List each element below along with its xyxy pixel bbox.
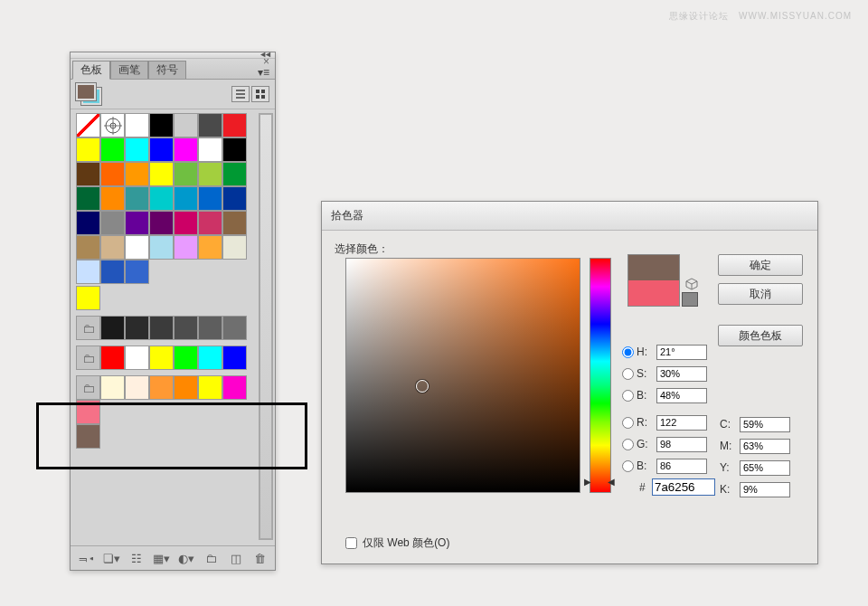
swatch[interactable]: [125, 316, 149, 340]
input-k[interactable]: [740, 482, 790, 497]
swatch[interactable]: [125, 211, 149, 235]
swatch[interactable]: [76, 211, 100, 235]
swatch[interactable]: [149, 375, 174, 400]
swatch[interactable]: [198, 162, 222, 186]
input-s[interactable]: [656, 366, 707, 382]
swatch[interactable]: [125, 346, 149, 370]
swatch[interactable]: [149, 162, 174, 186]
input-m[interactable]: [740, 439, 790, 454]
swatch[interactable]: [149, 186, 174, 211]
input-c[interactable]: [740, 417, 790, 432]
swatch[interactable]: [198, 235, 222, 260]
ok-button[interactable]: 确定: [718, 254, 803, 276]
swatch[interactable]: [76, 424, 100, 449]
trash-icon[interactable]: 🗑: [252, 550, 268, 566]
swatch[interactable]: [174, 113, 198, 137]
swatch[interactable]: [222, 162, 247, 186]
fg-bg-colors[interactable]: [76, 83, 101, 105]
fg-color[interactable]: [76, 83, 96, 100]
swatch[interactable]: [222, 113, 247, 137]
swatch[interactable]: [76, 260, 100, 284]
radio-h[interactable]: [622, 346, 634, 358]
swatch[interactable]: [125, 375, 149, 400]
swatch[interactable]: [100, 137, 125, 162]
reg-swatch[interactable]: [100, 113, 125, 137]
swatch[interactable]: [174, 137, 198, 162]
out-of-gamut-icon[interactable]: [685, 278, 698, 290]
swatch[interactable]: [76, 137, 100, 162]
swatch[interactable]: [76, 162, 100, 186]
swatch[interactable]: [149, 316, 174, 340]
swatch[interactable]: [125, 162, 149, 186]
folder-swatch[interactable]: 🗀: [76, 316, 100, 340]
swatch[interactable]: [198, 375, 222, 400]
swatch[interactable]: [100, 235, 125, 260]
swatch[interactable]: [76, 400, 100, 424]
none-swatch[interactable]: [76, 113, 100, 137]
hue-pointer[interactable]: ▶◀: [584, 477, 615, 487]
swatch[interactable]: [222, 375, 247, 400]
input-hex[interactable]: [652, 478, 715, 496]
new-color-icon[interactable]: ◐▾: [178, 550, 194, 566]
swatch[interactable]: [76, 235, 100, 260]
input-b[interactable]: [656, 388, 707, 403]
swatch[interactable]: [222, 211, 247, 235]
swatch[interactable]: [198, 346, 222, 370]
close-icon[interactable]: ×: [263, 58, 269, 65]
swatch[interactable]: [149, 113, 174, 137]
grid-view-button[interactable]: [251, 86, 269, 102]
folder-swatch[interactable]: 🗀: [76, 375, 100, 400]
radio-bb[interactable]: [622, 460, 634, 472]
folder-swatch[interactable]: 🗀: [76, 346, 100, 370]
swatch[interactable]: [222, 316, 247, 340]
cancel-button[interactable]: 取消: [718, 283, 803, 305]
input-bb[interactable]: [656, 459, 707, 474]
swatch[interactable]: [76, 186, 100, 211]
web-safe-icon[interactable]: [682, 292, 698, 307]
radio-g[interactable]: [622, 439, 634, 450]
swatch[interactable]: [100, 162, 125, 186]
tab-swatches[interactable]: 色板: [72, 61, 110, 80]
swatch[interactable]: [125, 113, 149, 137]
kind-menu-icon[interactable]: ❏▾: [103, 550, 119, 566]
tab-symbols[interactable]: 符号: [148, 61, 186, 79]
web-only-input[interactable]: [345, 537, 357, 549]
swatch[interactable]: [198, 137, 222, 162]
swatch[interactable]: [198, 186, 222, 211]
swatch[interactable]: [174, 235, 198, 260]
old-color[interactable]: [628, 280, 679, 306]
swatch[interactable]: [198, 113, 222, 137]
new-group-icon[interactable]: ▦▾: [153, 550, 169, 566]
swatch[interactable]: [198, 316, 222, 340]
radio-r[interactable]: [622, 417, 634, 429]
swatch[interactable]: [174, 346, 198, 370]
input-y[interactable]: [740, 460, 790, 476]
swatch[interactable]: [125, 186, 149, 211]
list-view-button[interactable]: [231, 86, 250, 102]
folder-icon[interactable]: 🗀: [203, 550, 219, 566]
options-icon[interactable]: ☷: [128, 550, 144, 566]
swatch[interactable]: [100, 316, 125, 340]
input-r[interactable]: [656, 415, 707, 431]
color-swatches-button[interactable]: 颜色色板: [718, 325, 803, 346]
swatch[interactable]: [100, 260, 125, 284]
color-field[interactable]: [345, 258, 580, 493]
swatch[interactable]: [174, 162, 198, 186]
swatch[interactable]: [222, 137, 247, 162]
swatch[interactable]: [149, 211, 174, 235]
swatch[interactable]: [149, 235, 174, 260]
hue-slider[interactable]: [590, 258, 611, 493]
swatch[interactable]: [222, 186, 247, 211]
swatch[interactable]: [174, 211, 198, 235]
radio-s[interactable]: [622, 368, 634, 380]
swatch[interactable]: [174, 186, 198, 211]
swatch[interactable]: [125, 137, 149, 162]
panel-header[interactable]: ◄◄ ×: [71, 52, 275, 59]
swatch[interactable]: [100, 186, 125, 211]
color-field-cursor[interactable]: [416, 380, 429, 393]
swatch[interactable]: [198, 211, 222, 235]
swatch[interactable]: [76, 286, 100, 310]
swatch[interactable]: [100, 346, 125, 370]
swatch[interactable]: [149, 346, 174, 370]
swatch[interactable]: [174, 375, 198, 400]
